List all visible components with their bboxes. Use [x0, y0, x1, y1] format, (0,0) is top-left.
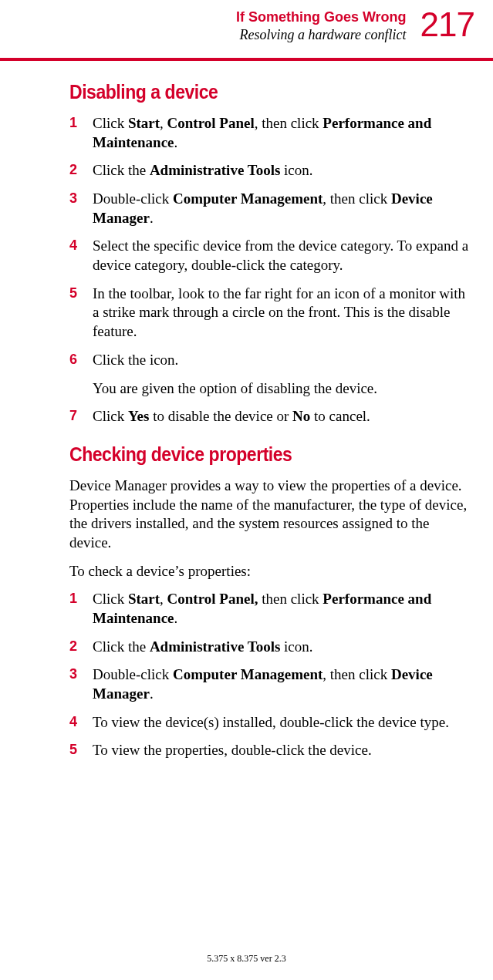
step-number: 7	[69, 407, 93, 425]
list-item: 1Click Start, Control Panel, then click …	[69, 590, 470, 628]
list-item: 4Select the specific device from the dev…	[69, 237, 470, 274]
step-6-note: You are given the option of disabling th…	[93, 379, 470, 399]
step-number: 2	[69, 638, 93, 655]
step-number: 1	[69, 590, 93, 608]
heading-checking-properties: Checking device properties	[69, 443, 437, 466]
list-item: 3Double-click Computer Management, then …	[69, 665, 470, 703]
step-number: 3	[69, 665, 93, 683]
list-item: 5To view the properties, double-click th…	[69, 741, 470, 760]
step-text: In the toolbar, look to the far right fo…	[93, 285, 470, 342]
list-item: 6Click the icon.	[69, 351, 470, 370]
step-number: 2	[69, 161, 93, 179]
step-text: Click Start, Control Panel, then click P…	[93, 114, 470, 152]
step-number: 5	[69, 741, 93, 759]
step-number: 5	[69, 285, 93, 302]
page-header: If Something Goes Wrong Resolving a hard…	[69, 8, 474, 44]
step-text: Click the Administrative Tools icon.	[93, 161, 470, 180]
list-item: 7 Click Yes to disable the device or No …	[69, 407, 470, 426]
step-number: 6	[69, 351, 93, 369]
step-text: Click the icon.	[93, 351, 470, 370]
step-text: Double-click Computer Management, then c…	[93, 190, 470, 227]
step-text: Click Start, Control Panel, then click P…	[93, 590, 470, 628]
step-number: 4	[69, 713, 93, 731]
lead-paragraph: To check a device’s properties:	[69, 562, 470, 581]
list-item: 3Double-click Computer Management, then …	[69, 190, 470, 227]
page-number: 217	[420, 8, 474, 42]
list-item: 1Click Start, Control Panel, then click …	[69, 114, 470, 152]
list-item: 5In the toolbar, look to the far right f…	[69, 285, 470, 342]
section-subtitle: Resolving a hardware conflict	[236, 26, 407, 44]
page-content: Disabling a device 1Click Start, Control…	[69, 81, 474, 760]
step-text: Double-click Computer Management, then c…	[93, 665, 470, 703]
step-text: Select the specific device from the devi…	[93, 237, 470, 274]
list-item: 4To view the device(s) installed, double…	[69, 713, 470, 732]
step-number: 4	[69, 237, 93, 254]
step-text: Click Yes to disable the device or No to…	[93, 407, 470, 426]
heading-disabling-device: Disabling a device	[69, 81, 437, 103]
step-text: To view the properties, double-click the…	[93, 741, 470, 760]
list-item: 2Click the Administrative Tools icon.	[69, 161, 470, 180]
intro-paragraph: Device Manager provides a way to view th…	[69, 477, 470, 553]
page-footer: 5.375 x 8.375 ver 2.3	[0, 953, 493, 965]
chapter-title: If Something Goes Wrong	[236, 9, 407, 26]
step-text: Click the Administrative Tools icon.	[93, 638, 470, 657]
step-text: To view the device(s) installed, double-…	[93, 713, 470, 732]
header-rule	[0, 58, 493, 61]
list-item: 2Click the Administrative Tools icon.	[69, 638, 470, 657]
step-number: 3	[69, 190, 93, 207]
step-number: 1	[69, 114, 93, 132]
